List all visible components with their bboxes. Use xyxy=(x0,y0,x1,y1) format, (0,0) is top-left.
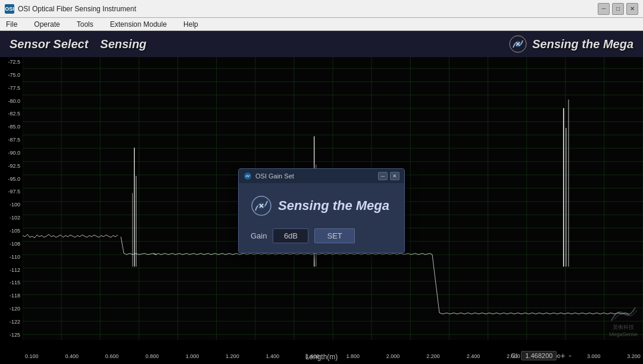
menu-operate[interactable]: Operate xyxy=(30,19,63,30)
app-icon-text: OSI xyxy=(5,6,14,12)
title-bar-left: OSI OSI Optical Fiber Sensing Instrument xyxy=(5,4,136,14)
dialog-controls: Gain SET xyxy=(251,228,392,243)
header-nav: Sensor Select Sensing xyxy=(10,37,146,51)
gain-label: Gain xyxy=(251,231,267,240)
dialog-brand-text: Sensing the Mega xyxy=(278,198,389,214)
menu-tools[interactable]: Tools xyxy=(73,19,97,30)
menu-bar: File Operate Tools Extension Module Help xyxy=(0,18,643,31)
app-icon: OSI xyxy=(5,4,14,14)
nav-sensor-select[interactable]: Sensor Select xyxy=(10,37,88,51)
chart-container: -72.5 -75.0 -77.5 -80.0 -82.5 -85.0 -87.… xyxy=(0,57,643,364)
close-button[interactable]: ✕ xyxy=(626,3,638,15)
brand-logo-icon xyxy=(508,34,527,54)
dialog-brand: Sensing the Mega xyxy=(251,195,392,216)
menu-help[interactable]: Help xyxy=(180,19,202,30)
gain-input[interactable] xyxy=(273,228,308,243)
minimize-button[interactable]: ─ xyxy=(598,3,610,15)
menu-extension[interactable]: Extension Module xyxy=(107,19,170,30)
dialog-close-button[interactable]: ✕ xyxy=(390,172,399,180)
nav-sensing[interactable]: Sensing xyxy=(100,37,146,51)
dialog-minimize-button[interactable]: ─ xyxy=(378,172,388,180)
brand-text: Sensing the Mega xyxy=(532,37,633,51)
dialog-brand-logo-icon xyxy=(251,195,272,216)
maximize-button[interactable]: □ xyxy=(612,3,624,15)
dialog-title-text: OSI Gain Set xyxy=(255,172,294,180)
dialog-title-controls[interactable]: ─ ✕ xyxy=(378,172,399,180)
menu-file[interactable]: File xyxy=(2,19,21,30)
app-header: Sensor Select Sensing Sensing the Mega xyxy=(0,31,643,57)
dialog-app-icon xyxy=(244,172,252,180)
window-controls[interactable]: ─ □ ✕ xyxy=(598,3,638,15)
title-bar: OSI OSI Optical Fiber Sensing Instrument… xyxy=(0,0,643,18)
dialog-title-left: OSI Gain Set xyxy=(244,172,294,180)
dialog-content: Sensing the Mega Gain SET xyxy=(239,183,404,253)
dialog-titlebar: OSI Gain Set ─ ✕ xyxy=(239,169,404,183)
brand-area: Sensing the Mega xyxy=(508,34,633,54)
gain-dialog: OSI Gain Set ─ ✕ Sensing the Mega xyxy=(238,168,405,253)
dialog-overlay: OSI Gain Set ─ ✕ Sensing the Mega xyxy=(0,57,643,364)
set-button[interactable]: SET xyxy=(314,228,354,243)
window-title: OSI Optical Fiber Sensing Instrument xyxy=(18,5,136,13)
